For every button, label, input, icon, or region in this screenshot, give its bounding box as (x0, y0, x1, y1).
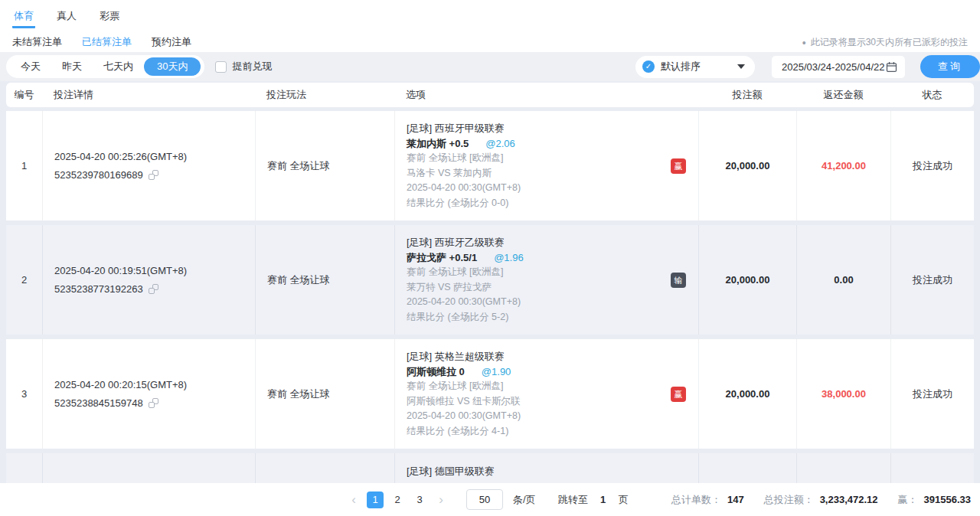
sort-dropdown[interactable]: ✓ 默认排序 (635, 56, 755, 78)
top-navigation: 体育 真人 彩票 未结算注单 已结算注单 预约注单 • 此记录将显示30天内所有… (0, 0, 980, 52)
filter-bar: 今天 昨天 七天内 30天内 提前兑现 ✓ 默认排序 2025/03/24-20… (0, 52, 980, 81)
league-name: [足球] 英格兰超级联赛 (407, 349, 698, 364)
tab-reserved-bets[interactable]: 预约注单 (152, 35, 191, 49)
page-unit-label: 页 (619, 493, 629, 507)
range-yesterday[interactable]: 昨天 (51, 57, 93, 76)
total-win-value: 391556.33 (924, 494, 971, 505)
outcome-badge: 赢 (671, 158, 686, 174)
bet-time: 2025-04-20 00:19:51(GMT+8) (54, 265, 255, 276)
row-number: 2 (6, 225, 42, 335)
status-cell (890, 453, 974, 483)
play-type-cell: 赛前 全场让球 (255, 111, 394, 220)
play-type: 赛前 全场让球 (267, 387, 394, 401)
match-teams: 莱万特 VS 萨拉戈萨 (407, 280, 698, 296)
jump-to-label: 跳转至 (558, 493, 588, 507)
tab-settled-bets[interactable]: 已结算注单 (82, 35, 132, 49)
records-notice: • 此记录将显示30天内所有已派彩的投注 (802, 36, 968, 49)
result-score: 结果比分 (全场比分 5-2) (407, 310, 698, 325)
early-cashout-label: 提前兑现 (232, 60, 272, 73)
bet-id: 5235238773192263 (54, 283, 143, 295)
total-win-label: 赢： (898, 493, 918, 507)
summary-totals: 总计单数： 147 总投注额： 3,233,472.12 赢： 391556.3… (671, 483, 971, 516)
odds-value: @1.96 (494, 250, 524, 266)
league-name: [足球] 德国甲级联赛 (407, 464, 698, 479)
pagination-next-icon[interactable]: › (433, 492, 449, 508)
category-tabs: 体育 真人 彩票 (12, 8, 968, 28)
total-count-value: 147 (727, 494, 744, 505)
early-cashout-checkbox[interactable] (215, 61, 227, 73)
tab-sports[interactable]: 体育 (12, 8, 35, 28)
status-cell: 投注成功 (890, 339, 974, 449)
range-7days[interactable]: 七天内 (93, 57, 144, 76)
outcome-badge: 输 (671, 273, 686, 288)
notice-text: 此记录将显示30天内所有已派彩的投注 (811, 36, 968, 49)
copy-icon[interactable] (149, 398, 158, 408)
outcome-badge: 赢 (671, 387, 686, 402)
copy-icon[interactable] (149, 284, 158, 294)
selection: 阿斯顿维拉 0 (407, 364, 465, 380)
payout-amount: 41,200.00 (822, 160, 866, 171)
payout-cell (796, 453, 890, 483)
pagination-prev-icon[interactable]: ‹ (346, 492, 361, 508)
bet-id: 5235239780169689 (54, 169, 143, 181)
league-name: [足球] 西班牙甲级联赛 (407, 121, 698, 136)
bullet-icon: • (802, 38, 806, 47)
bet-amount: 20,000.00 (726, 388, 770, 400)
payout-cell: 38,000.00 (796, 339, 890, 449)
copy-icon[interactable] (149, 170, 158, 180)
bet-amount-cell: 20,000.00 (698, 225, 796, 335)
per-page-label: 条/页 (513, 493, 536, 507)
bet-details-cell: 2025-04-20 00:20:15(GMT+8) 5235238845159… (42, 339, 255, 449)
page-button-1[interactable]: 1 (367, 492, 384, 508)
check-circle-icon: ✓ (642, 60, 655, 73)
match-time: 2025-04-20 00:30(GMT+8) (407, 295, 698, 310)
odds-value: @1.90 (482, 364, 511, 380)
header-play: 投注玩法 (255, 88, 394, 102)
date-range-value: 2025/03/24-2025/04/22 (782, 61, 884, 73)
result-score: 结果比分 (全场比分 4-1) (407, 424, 698, 439)
bet-id: 5235238845159748 (54, 397, 143, 409)
total-count-label: 总计单数： (671, 493, 721, 507)
tab-lottery[interactable]: 彩票 (98, 8, 121, 28)
header-option: 选项 (394, 88, 698, 102)
row-number: 3 (6, 339, 42, 449)
record-subtabs: 未结算注单 已结算注单 预约注单 • 此记录将显示30天内所有已派彩的投注 (12, 35, 968, 49)
table-row: 3 2025-04-20 00:20:15(GMT+8) 52352388451… (6, 339, 974, 449)
status-badge: 投注成功 (913, 273, 952, 287)
total-amount-value: 3,233,472.12 (820, 494, 878, 505)
page-size-input[interactable] (466, 489, 503, 510)
search-button[interactable]: 查询 (920, 55, 980, 78)
bet-details-cell: 2025-04-20 00:19:51(GMT+8) 5235238773192… (42, 225, 255, 335)
status-cell: 投注成功 (890, 111, 974, 220)
chevron-down-icon (737, 64, 745, 69)
range-today[interactable]: 今天 (10, 57, 51, 76)
row-number (6, 453, 42, 483)
option-cell: [足球] 西班牙甲级联赛 莱加内斯 +0.5@2.06 赛前 全场让球 [欧洲盘… (394, 111, 698, 220)
bet-amount: 20,000.00 (726, 274, 770, 286)
page-button-2[interactable]: 2 (389, 492, 406, 508)
market-info: 赛前 全场让球 [欧洲盘] (407, 265, 698, 280)
selection: 莱加内斯 +0.5 (407, 136, 469, 152)
market-info: 赛前 全场让球 [欧洲盘] (407, 151, 698, 166)
early-cashout-filter[interactable]: 提前兑现 (215, 60, 272, 73)
payout-amount: 38,000.00 (822, 388, 866, 400)
tab-live[interactable]: 真人 (55, 8, 78, 28)
date-range-picker[interactable]: 2025/03/24-2025/04/22 (772, 56, 905, 78)
bet-amount-cell (698, 453, 796, 483)
sort-selected-value: 默认排序 (661, 60, 731, 73)
match-teams: 阿斯顿维拉 VS 纽卡斯尔联 (407, 394, 698, 410)
date-range-tabs: 今天 昨天 七天内 30天内 (6, 55, 204, 78)
play-type-cell (255, 453, 394, 483)
tab-unsettled-bets[interactable]: 未结算注单 (12, 35, 62, 49)
payout-cell: 0.00 (796, 225, 890, 335)
bet-time: 2025-04-20 00:20:15(GMT+8) (54, 379, 255, 390)
result-score: 结果比分 (全场比分 0-0) (407, 196, 698, 211)
header-payout: 返还金额 (796, 88, 890, 102)
bets-table: 编号 投注详情 投注玩法 选项 投注额 返还金额 状态 1 2025-04-20… (0, 81, 980, 483)
page-button-3[interactable]: 3 (411, 492, 428, 508)
total-amount-label: 总投注额： (764, 493, 814, 507)
bet-details-cell (42, 453, 255, 483)
jump-page-input[interactable] (593, 490, 613, 510)
range-30days[interactable]: 30天内 (144, 57, 201, 76)
pagination: ‹ 1 2 3 › 条/页 跳转至 页 (346, 483, 629, 516)
